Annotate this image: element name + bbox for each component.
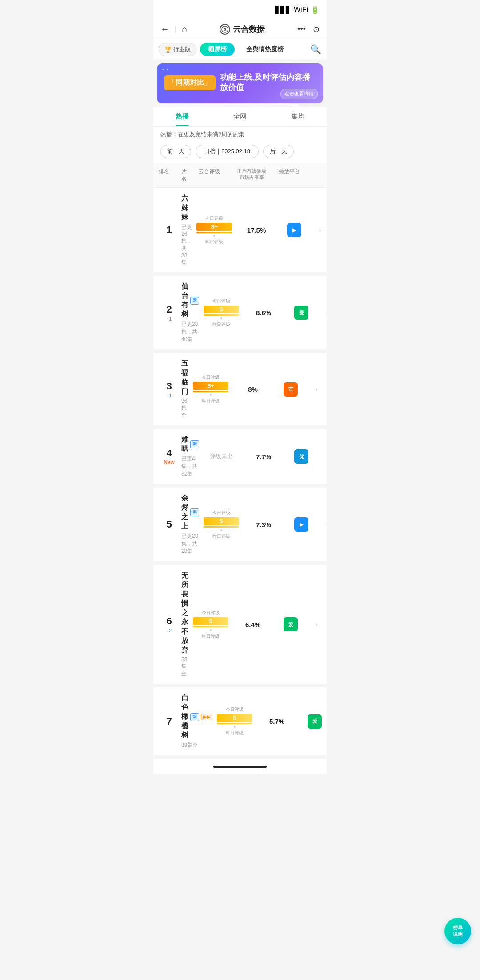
table-row[interactable]: 7 白色橄榄树网▶▶ 38集全 今日评级 S ▼ 昨日评级 5.7% 爱 ›: [153, 687, 327, 759]
header-platform: 播放平台: [272, 168, 307, 183]
banner[interactable]: • • 「同期对比」 功能上线,及时评估内容播放价值 点击查看详情: [157, 63, 323, 103]
rating-col: 今日评级 S+ ▼ 昨日评级: [192, 215, 236, 245]
title-name: 白色橄榄树网▶▶: [181, 694, 212, 740]
rank-column: 4 New: [157, 448, 181, 465]
row-arrow[interactable]: ›: [319, 309, 327, 317]
tag-network: 网: [190, 508, 199, 516]
description-bar: 热播：在更及完结未满2周的剧集: [153, 127, 327, 140]
title-subtitle: 38集全: [181, 656, 188, 678]
rank-number: 1: [166, 224, 172, 236]
platform-badge: 芒: [284, 382, 298, 397]
rating-today-label: 今日评级: [212, 510, 230, 516]
more-button[interactable]: •••: [297, 24, 306, 34]
row-arrow[interactable]: ›: [319, 452, 327, 460]
tab-all[interactable]: 全网: [211, 107, 269, 126]
app-logo: [220, 24, 230, 35]
tag-network: 网: [190, 440, 199, 448]
platform-badge: ▶: [287, 223, 301, 237]
rating-today-label: 今日评级: [205, 215, 223, 222]
rating-today-label: 今日评级: [202, 374, 220, 381]
prev-day-button[interactable]: 前一天: [160, 145, 191, 158]
rating-badge: S: [204, 306, 239, 313]
platform-col: 优: [284, 449, 319, 464]
table-row[interactable]: 4 New 难哄网 已更4集，共32集 评级未出 7.7% 优 ›: [153, 429, 327, 488]
next-day-button[interactable]: 后一天: [263, 145, 294, 158]
rating-bar: S: [204, 305, 239, 316]
nav-bar: ← | ⌂ 云合数据 ••• ⊙: [153, 20, 327, 39]
rating-badge: S+: [196, 223, 232, 231]
title-subtitle: 36集全: [181, 398, 188, 419]
rank-column: 7: [157, 716, 181, 727]
title-name: 无所畏惧之永不放弃: [181, 571, 188, 655]
rating-bar: S: [193, 617, 228, 627]
rank-number: 6: [166, 615, 172, 627]
industry-badge[interactable]: 🏆 行业版: [159, 43, 196, 56]
market-share: 7.7%: [244, 453, 284, 460]
row-arrow[interactable]: ›: [312, 226, 327, 234]
banner-tag: 「同期对比」: [164, 75, 216, 90]
platform-col: 芒: [273, 382, 308, 397]
rating-badge: S+: [193, 382, 228, 390]
back-button[interactable]: ←: [160, 24, 169, 34]
rating-yesterday-label: 昨日评级: [202, 398, 220, 404]
tag-network: 网: [190, 297, 199, 305]
tab-hot[interactable]: 热播: [153, 107, 211, 126]
title-name: 仙台有树网: [181, 282, 199, 319]
rating-yesterday-label: 昨日评级: [226, 730, 244, 736]
rating-col: 评级未出: [199, 452, 244, 460]
bottom-bar: [153, 759, 327, 774]
title-name: 六姊妹: [181, 194, 192, 222]
table-row[interactable]: 3 ↓1 五福临门 36集全 今日评级 S+ ▼ 昨日评级 8% 芒 ›: [153, 353, 327, 429]
rank-change: ↓2: [167, 628, 172, 633]
row-arrow[interactable]: ›: [308, 385, 324, 393]
row-arrow[interactable]: ›: [308, 620, 324, 628]
title-column: 难哄网 已更4集，共32集: [181, 435, 199, 478]
platform-badge: 优: [294, 449, 308, 464]
content-tabs: 热播 全网 集均: [153, 107, 327, 127]
svg-point-2: [224, 29, 225, 30]
platform-col: 爱: [297, 714, 327, 729]
platform-badge: 爱: [308, 714, 322, 729]
search-button[interactable]: 🔍: [310, 44, 321, 55]
table-row[interactable]: 1 六姊妹 已更26集，共38集 今日评级 S+ ▼ 昨日评级 17.5% ▶ …: [153, 188, 327, 276]
table-rows: 1 六姊妹 已更26集，共38集 今日评级 S+ ▼ 昨日评级 17.5% ▶ …: [153, 188, 327, 759]
header-title: 片名: [181, 168, 187, 183]
arrow-down: ▼: [209, 393, 212, 397]
rating-today-label: 今日评级: [212, 298, 230, 304]
battery-icon: 🔋: [311, 6, 320, 14]
table-row[interactable]: 6 ↓2 无所畏惧之永不放弃 38集全 今日评级 S ▼ 昨日评级 6.4% 爱…: [153, 565, 327, 687]
banner-dots-top: • •: [162, 67, 169, 72]
rank-number: 2: [166, 304, 172, 315]
tab-quyu[interactable]: 全舆情热度榜: [238, 43, 292, 56]
title-subtitle: 已更4集，共32集: [181, 455, 199, 478]
header-rating: 云合评级: [187, 168, 232, 183]
rating-today-label: 今日评级: [226, 706, 244, 713]
arrow-down: ▼: [209, 628, 212, 632]
rank-column: 2 ↑1: [157, 304, 181, 321]
market-share: 6.4%: [233, 621, 273, 628]
rank-change: ↑1: [167, 316, 172, 321]
table-row[interactable]: 2 ↑1 仙台有树网 已更28集，共40集 今日评级 S ▼ 昨日评级 8.6%…: [153, 276, 327, 353]
camera-button[interactable]: ⊙: [313, 24, 320, 34]
tab-nav: 🏆 行业版 霸屏榜 全舆情热度榜 🔍: [153, 39, 327, 60]
market-share: 7.3%: [244, 521, 284, 528]
industry-badge-icon: 🏆: [164, 46, 172, 53]
row-arrow[interactable]: ›: [319, 520, 327, 528]
title-subtitle: 38集全: [181, 742, 212, 749]
wifi-icon: WiFi: [294, 6, 308, 14]
title-name: 五福临门: [181, 359, 188, 397]
title-name: 难哄网: [181, 435, 199, 454]
rank-number: 4: [166, 448, 172, 459]
tag-exclusive: ▶▶: [201, 714, 212, 720]
banner-link[interactable]: 点击查看详情: [280, 89, 318, 99]
app-title: 云合数据: [220, 24, 265, 35]
platform-badge: 爱: [284, 617, 298, 631]
table-row[interactable]: 5 余烬之上网 已更23集，共28集 今日评级 S ▼ 昨日评级 7.3% ▶ …: [153, 488, 327, 565]
tab-avg[interactable]: 集均: [269, 107, 327, 126]
home-button[interactable]: ⌂: [182, 24, 187, 34]
current-date-button[interactable]: 日榜｜2025.02.18: [196, 145, 259, 158]
tab-baping[interactable]: 霸屏榜: [200, 43, 235, 56]
platform-col: 爱: [284, 306, 319, 320]
rank-column: 1: [157, 224, 181, 236]
rating-none: 评级未出: [210, 452, 233, 460]
